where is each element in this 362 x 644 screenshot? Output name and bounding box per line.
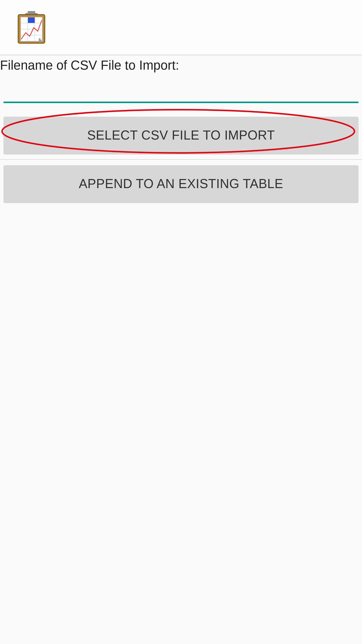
- app-header: [0, 0, 362, 55]
- append-row: APPEND TO AN EXISTING TABLE: [0, 165, 362, 202]
- svg-rect-9: [28, 17, 35, 23]
- clipboard-chart-icon: [17, 11, 46, 44]
- select-row: SELECT CSV FILE TO IMPORT: [0, 117, 362, 154]
- filename-input[interactable]: [4, 75, 358, 103]
- filename-label: Filename of CSV File to Import:: [0, 55, 362, 73]
- main-content: Filename of CSV File to Import: SELECT C…: [0, 55, 362, 202]
- divider: [0, 159, 362, 160]
- append-table-button[interactable]: APPEND TO AN EXISTING TABLE: [4, 165, 358, 202]
- select-csv-button[interactable]: SELECT CSV FILE TO IMPORT: [4, 117, 358, 154]
